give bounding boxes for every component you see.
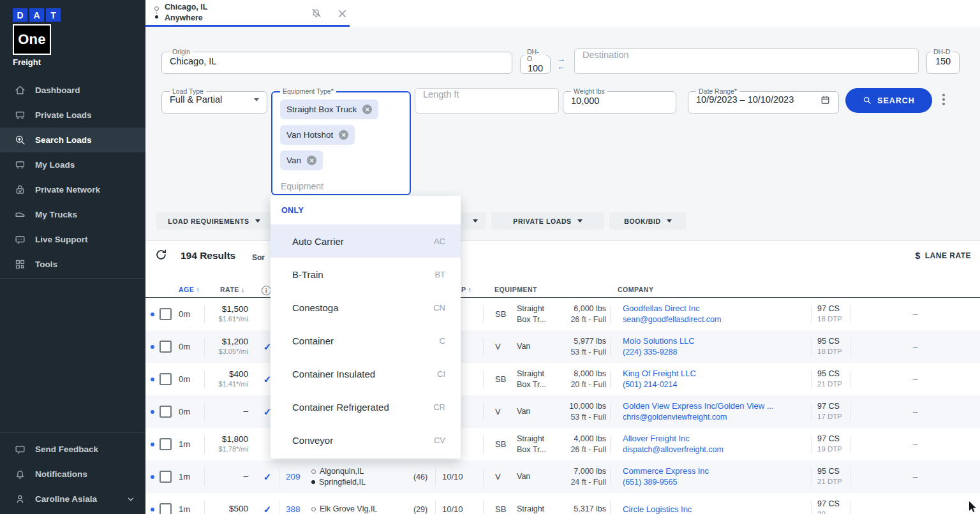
mute-alarm-icon[interactable] xyxy=(310,7,322,19)
sidebar-item-tools[interactable]: Tools xyxy=(0,252,145,277)
dhd-field[interactable]: DH-D xyxy=(926,48,960,74)
equipment-option-container-insulated[interactable]: Container Insulated CI xyxy=(271,357,461,390)
destination-field[interactable] xyxy=(574,48,919,74)
row-checkbox[interactable] xyxy=(154,438,176,450)
load-requirements-filter[interactable]: LOAD REQUIREMENTS xyxy=(156,212,272,230)
date-range-field[interactable]: Date Range* xyxy=(688,88,839,114)
equipment-column-header[interactable]: EQUIPMENT xyxy=(494,286,537,293)
company-link[interactable]: King Of Freight LLC xyxy=(623,368,811,379)
company-link[interactable]: Goodfellas Direct Inc xyxy=(623,303,811,314)
company-link[interactable]: Molo Solutions LLC xyxy=(623,335,811,347)
equipment-option-container[interactable]: Container C xyxy=(271,324,461,357)
remove-chip-icon[interactable]: ✕ xyxy=(307,156,316,165)
sidebar-item-dashboard[interactable]: Dashboard xyxy=(0,78,145,103)
equipment-type-field[interactable]: Equipment Type* Straight Box Truck ✕ Van… xyxy=(271,88,411,195)
sidebar-item-my-trucks[interactable]: My Trucks xyxy=(0,202,145,227)
length-input[interactable] xyxy=(423,89,551,99)
row-checkbox[interactable] xyxy=(154,341,176,353)
more-options-icon[interactable] xyxy=(941,92,946,106)
dho-field[interactable]: DH-O xyxy=(520,48,551,74)
contact-link[interactable]: (224) 335-9288 xyxy=(623,347,811,358)
row-checkbox[interactable] xyxy=(154,471,176,483)
destination-input[interactable] xyxy=(583,50,910,60)
length-field[interactable] xyxy=(415,88,559,114)
sidebar-item-user-account[interactable]: Caroline Asiala xyxy=(0,487,145,511)
weight-input[interactable] xyxy=(571,96,668,106)
rate-cell: – xyxy=(205,471,256,482)
credit-score-cell: 97 CS19 DTP xyxy=(812,434,850,454)
contact-link[interactable]: (501) 214-0214 xyxy=(623,379,811,390)
contact-link[interactable]: chris@goldenviewfreight.com xyxy=(623,412,811,423)
close-tab-icon[interactable] xyxy=(336,8,348,20)
dat-logo: D A T xyxy=(13,8,145,22)
row-checkbox[interactable] xyxy=(154,406,176,418)
calendar-icon[interactable] xyxy=(820,94,831,105)
rate-dash-cell: – xyxy=(850,472,980,481)
sidebar-item-live-support[interactable]: Live Support xyxy=(0,227,145,252)
credit-score-cell: 95 CS21 DTP xyxy=(812,466,850,487)
sidebar-item-send-feedback[interactable]: Send Feedback xyxy=(0,437,145,462)
company-link[interactable]: Circle Logistics Inc xyxy=(623,504,811,514)
load-type-field[interactable]: Load Type Full & Partial xyxy=(161,88,267,114)
weight-cell: 4,000 lbs26 ft - Full xyxy=(567,434,610,455)
contact-link[interactable]: sean@goodfellasdirect.com xyxy=(623,314,811,325)
origin-field[interactable]: Origin xyxy=(161,48,512,74)
rate-column-header[interactable]: RATE↓ xyxy=(220,286,245,293)
pickup-column-header[interactable]: P↑ xyxy=(461,286,472,293)
sidebar-item-private-loads[interactable]: Private Loads xyxy=(0,103,145,128)
private-loads-filter[interactable]: PRIVATE LOADS xyxy=(491,212,604,230)
sidebar-item-private-network[interactable]: Private Network xyxy=(0,177,145,202)
contact-link[interactable]: dispatch@alloverfreight.com xyxy=(623,444,811,455)
origin-input[interactable] xyxy=(170,56,504,66)
sidebar-item-label: Notifications xyxy=(35,469,87,479)
refresh-results-icon[interactable] xyxy=(154,248,168,261)
book-bid-filter[interactable]: BOOK/BID xyxy=(609,212,687,230)
weight-field[interactable]: Weight lbs xyxy=(563,88,676,114)
tab-bar: Chicago, IL Anywhere xyxy=(145,0,980,27)
company-column-header[interactable]: COMPANY xyxy=(618,286,653,293)
trip-miles-link[interactable]: 209 xyxy=(279,472,310,481)
contact-link[interactable]: (651) 389-9565 xyxy=(623,477,811,488)
date-range-input[interactable] xyxy=(696,94,815,105)
company-link[interactable]: Allover Freight Inc xyxy=(623,433,811,444)
equipment-chip[interactable]: Van Hotshot ✕ xyxy=(280,125,355,145)
sidebar-item-my-loads[interactable]: My Loads xyxy=(0,152,145,177)
load-type-value: Full & Partial xyxy=(170,94,222,105)
equipment-option-auto-carrier[interactable]: Auto Carrier AC xyxy=(271,224,461,258)
rate-info-icon[interactable]: i xyxy=(262,286,271,295)
row-checkbox[interactable] xyxy=(154,503,176,514)
chevron-down-icon[interactable] xyxy=(126,495,135,504)
credit-score-cell: 95 CS21 DTP xyxy=(812,369,850,389)
equipment-option-conestoga[interactable]: Conestoga CN xyxy=(271,291,461,324)
dhd-input[interactable] xyxy=(931,56,955,66)
sidebar-item-search-loads[interactable]: Search Loads xyxy=(0,128,145,152)
load-row[interactable]: 1m $500 ✓ 388 Elk Grove Vlg,IL (29) 10/1… xyxy=(145,493,980,514)
row-checkbox[interactable] xyxy=(154,308,176,320)
sidebar-item-notifications[interactable]: Notifications xyxy=(0,462,145,487)
search-tab-chicago-anywhere[interactable]: Chicago, IL Anywhere xyxy=(145,0,350,27)
age-column-header[interactable]: AGE↑ xyxy=(179,286,200,293)
dho-input[interactable] xyxy=(524,63,546,73)
age-cell: 0m xyxy=(176,407,204,416)
pickup-date-cell: 10/10 xyxy=(436,472,483,481)
credit-score-cell: 97 CS20 xyxy=(812,499,850,514)
load-row[interactable]: 1m – ✓ 209 Algonquin,IL Springfield,IL (… xyxy=(145,460,980,493)
equipment-option-container-refrigerated[interactable]: Container Refrigerated CR xyxy=(271,390,461,423)
company-cell: Golden View Express Inc/Golden View ...c… xyxy=(611,400,811,422)
swap-arrows-icon[interactable]: →← xyxy=(557,55,565,71)
remove-chip-icon[interactable]: ✕ xyxy=(362,105,372,114)
lane-rate-toggle[interactable]: $ LANE RATE xyxy=(915,251,971,261)
equipment-chip[interactable]: Van ✕ xyxy=(280,151,323,170)
equipment-chip[interactable]: Straight Box Truck ✕ xyxy=(280,99,378,119)
row-checkbox[interactable] xyxy=(154,373,176,385)
option-label: Conestoga xyxy=(292,302,339,313)
search-button[interactable]: SEARCH xyxy=(845,88,932,113)
equipment-input-placeholder[interactable]: Equipment xyxy=(280,181,402,191)
trip-miles-link[interactable]: 388 xyxy=(279,504,310,514)
company-link[interactable]: Commerce Express Inc xyxy=(623,466,811,477)
equipment-option-b-train[interactable]: B-Train BT xyxy=(271,258,461,291)
equipment-option-conveyor[interactable]: Conveyor CV xyxy=(271,423,461,457)
remove-chip-icon[interactable]: ✕ xyxy=(339,130,348,140)
only-toggle[interactable]: ONLY xyxy=(271,196,461,224)
company-link[interactable]: Golden View Express Inc/Golden View ... xyxy=(623,400,811,412)
